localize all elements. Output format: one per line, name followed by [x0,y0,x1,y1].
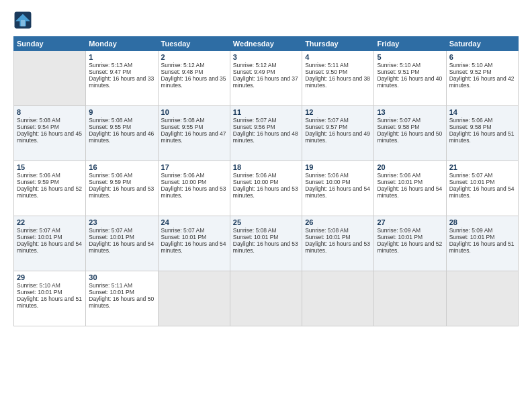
daylight-text: Daylight: 16 hours and 54 minutes. [377,185,442,199]
daylight-text: Daylight: 16 hours and 54 minutes. [161,240,226,254]
day-number: 2 [161,53,227,61]
day-number: 28 [449,218,515,226]
day-number: 29 [17,273,83,281]
sunrise-text: Sunrise: 5:11 AM [305,62,349,68]
day-number: 11 [233,108,299,116]
sunrise-text: Sunrise: 5:06 AM [89,172,132,179]
calendar-cell: 2Sunrise: 5:12 AMSunset: 9:48 PMDaylight… [158,51,230,106]
sunrise-text: Sunrise: 5:06 AM [161,172,205,179]
day-number: 15 [17,163,83,171]
sunset-text: Sunset: 9:52 PM [449,68,492,75]
daylight-text: Daylight: 16 hours and 33 minutes. [89,75,154,89]
sunrise-text: Sunrise: 5:08 AM [233,227,277,234]
sunset-text: Sunset: 10:01 PM [233,234,279,240]
day-number: 14 [449,108,515,116]
sunset-text: Sunset: 10:01 PM [305,234,351,240]
calendar-cell: 14Sunrise: 5:06 AMSunset: 9:58 PMDayligh… [446,106,518,161]
weekday-header-saturday: Saturday [446,37,518,51]
sunset-text: Sunset: 10:01 PM [377,179,423,185]
daylight-text: Daylight: 16 hours and 53 minutes. [233,185,298,199]
calendar-cell: 20Sunrise: 5:06 AMSunset: 10:01 PMDaylig… [374,161,446,216]
daylight-text: Daylight: 16 hours and 54 minutes. [305,185,370,199]
weekday-header-thursday: Thursday [302,37,374,51]
day-number: 22 [17,218,83,226]
daylight-text: Daylight: 16 hours and 51 minutes. [17,295,82,309]
calendar-cell: 15Sunrise: 5:06 AMSunset: 9:59 PMDayligh… [14,161,86,216]
day-number: 18 [233,163,299,171]
sunrise-text: Sunrise: 5:07 AM [89,227,132,234]
day-number: 13 [377,108,443,116]
daylight-text: Daylight: 16 hours and 53 minutes. [305,240,370,254]
weekday-header-wednesday: Wednesday [230,37,302,51]
day-number: 3 [233,53,299,61]
sunset-text: Sunset: 10:01 PM [89,234,134,240]
sunset-text: Sunset: 10:01 PM [161,234,207,240]
day-number: 9 [89,108,154,116]
sunrise-text: Sunrise: 5:06 AM [17,172,60,179]
day-number: 21 [449,163,515,171]
day-number: 10 [161,108,227,116]
day-number: 19 [305,163,371,171]
calendar-cell: 17Sunrise: 5:06 AMSunset: 10:00 PMDaylig… [158,161,230,216]
sunset-text: Sunset: 9:48 PM [161,68,204,75]
day-number: 25 [233,218,299,226]
daylight-text: Daylight: 16 hours and 40 minutes. [377,75,442,89]
sunrise-text: Sunrise: 5:08 AM [89,117,132,124]
daylight-text: Daylight: 16 hours and 45 minutes. [17,130,82,144]
calendar-cell [230,271,302,326]
weekday-header-friday: Friday [374,37,446,51]
sunrise-text: Sunrise: 5:08 AM [161,117,205,124]
daylight-text: Daylight: 16 hours and 50 minutes. [377,130,442,144]
sunrise-text: Sunrise: 5:07 AM [305,117,349,124]
sunrise-text: Sunrise: 5:06 AM [233,172,277,179]
calendar-cell [302,271,374,326]
sunrise-text: Sunrise: 5:07 AM [233,117,277,124]
sunset-text: Sunset: 9:56 PM [233,124,275,130]
sunset-text: Sunset: 9:57 PM [305,124,347,130]
calendar-cell: 27Sunrise: 5:09 AMSunset: 10:01 PMDaylig… [374,216,446,271]
daylight-text: Daylight: 16 hours and 54 minutes. [449,185,515,199]
calendar-cell: 6Sunrise: 5:10 AMSunset: 9:52 PMDaylight… [446,51,518,106]
sunset-text: Sunset: 10:00 PM [233,179,279,185]
day-number: 26 [305,218,371,226]
calendar-cell: 18Sunrise: 5:06 AMSunset: 10:00 PMDaylig… [230,161,302,216]
daylight-text: Daylight: 16 hours and 54 minutes. [17,240,82,254]
daylight-text: Daylight: 16 hours and 54 minutes. [89,240,154,254]
calendar: SundayMondayTuesdayWednesdayThursdayFrid… [13,36,519,326]
day-number: 1 [89,53,154,61]
calendar-cell: 11Sunrise: 5:07 AMSunset: 9:56 PMDayligh… [230,106,302,161]
sunset-text: Sunset: 9:54 PM [17,124,59,130]
sunrise-text: Sunrise: 5:13 AM [89,62,132,68]
calendar-cell: 16Sunrise: 5:06 AMSunset: 9:59 PMDayligh… [86,161,158,216]
sunrise-text: Sunrise: 5:07 AM [377,117,420,124]
day-number: 17 [161,163,227,171]
calendar-cell [374,271,446,326]
day-number: 12 [305,108,371,116]
daylight-text: Daylight: 16 hours and 53 minutes. [161,185,226,199]
calendar-cell: 5Sunrise: 5:10 AMSunset: 9:51 PMDaylight… [374,51,446,106]
calendar-cell: 30Sunrise: 5:11 AMSunset: 10:01 PMDaylig… [86,271,158,326]
sunset-text: Sunset: 9:58 PM [377,124,419,130]
sunrise-text: Sunrise: 5:12 AM [233,62,277,68]
svg-rect-2 [21,20,25,26]
calendar-cell: 8Sunrise: 5:08 AMSunset: 9:54 PMDaylight… [14,106,86,161]
day-number: 4 [305,53,371,61]
weekday-header-monday: Monday [86,37,158,51]
daylight-text: Daylight: 16 hours and 49 minutes. [305,130,370,144]
sunset-text: Sunset: 10:01 PM [89,289,134,295]
calendar-cell [14,51,86,106]
daylight-text: Daylight: 16 hours and 38 minutes. [305,75,370,89]
sunset-text: Sunset: 10:01 PM [17,289,62,295]
daylight-text: Daylight: 16 hours and 52 minutes. [377,240,442,254]
sunrise-text: Sunrise: 5:10 AM [17,282,60,289]
calendar-cell: 22Sunrise: 5:07 AMSunset: 10:01 PMDaylig… [14,216,86,271]
day-number: 8 [17,108,83,116]
daylight-text: Daylight: 16 hours and 50 minutes. [89,295,154,309]
calendar-cell: 21Sunrise: 5:07 AMSunset: 10:01 PMDaylig… [446,161,518,216]
day-number: 5 [377,53,443,61]
calendar-cell: 1Sunrise: 5:13 AMSunset: 9:47 PMDaylight… [86,51,158,106]
sunset-text: Sunset: 9:59 PM [17,179,59,185]
sunrise-text: Sunrise: 5:07 AM [161,227,205,234]
sunrise-text: Sunrise: 5:10 AM [449,62,493,68]
weekday-header-tuesday: Tuesday [158,37,230,51]
